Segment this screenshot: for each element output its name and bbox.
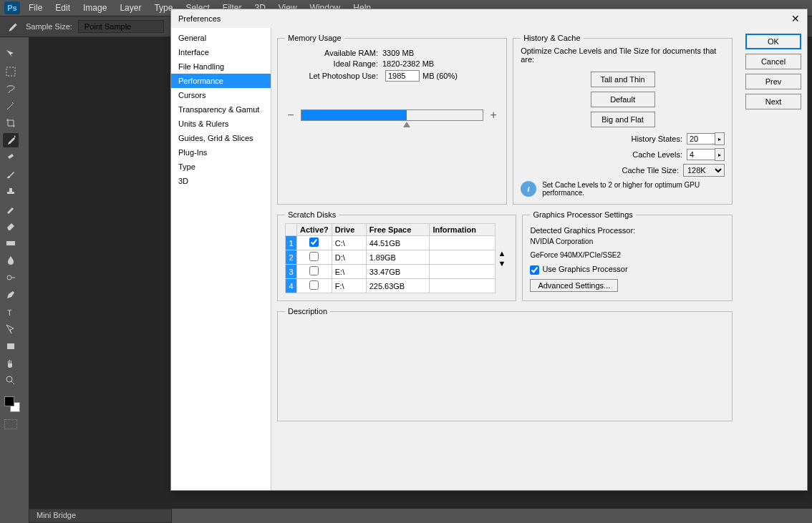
- description-legend: Description: [285, 307, 330, 316]
- col-active: Active?: [297, 224, 332, 236]
- ideal-range-label: Ideal Range:: [285, 59, 378, 68]
- big-flat-button[interactable]: Big and Flat: [591, 112, 655, 127]
- move-tool[interactable]: [3, 47, 19, 62]
- scratch-check-3[interactable]: [309, 266, 319, 275]
- menu-layer[interactable]: Layer: [120, 3, 141, 13]
- cat-file-handling[interactable]: File Handling: [171, 59, 271, 74]
- info-text: Set Cache Levels to 2 or higher for opti…: [542, 181, 725, 197]
- dodge-tool[interactable]: [3, 270, 19, 285]
- cat-type[interactable]: Type: [171, 160, 271, 174]
- cat-performance[interactable]: Performance: [171, 74, 271, 88]
- gpu-vendor: NVIDIA Corporation: [530, 238, 725, 245]
- close-icon[interactable]: ✕: [791, 13, 800, 24]
- history-legend: History & Cache: [521, 34, 583, 42]
- cat-units[interactable]: Units & Rulers: [171, 117, 271, 131]
- tall-thin-button[interactable]: Tall and Thin: [591, 72, 655, 87]
- mini-bridge-tab[interactable]: Mini Bridge: [29, 509, 172, 523]
- table-row[interactable]: 1C:\44.51GB: [286, 236, 496, 250]
- cat-3d[interactable]: 3D: [171, 174, 271, 188]
- cat-interface[interactable]: Interface: [171, 45, 271, 59]
- prev-button[interactable]: Prev: [745, 74, 801, 89]
- memory-usage-group: Memory Usage Available RAM:3309 MB Ideal…: [277, 34, 507, 205]
- quickmask-toggle[interactable]: [4, 419, 17, 429]
- table-row[interactable]: 3E:\33.47GB: [286, 265, 496, 279]
- default-button[interactable]: Default: [591, 92, 655, 107]
- scratch-table: Active?DriveFree SpaceInformation 1C:\44…: [285, 223, 496, 293]
- scratch-check-2[interactable]: [309, 252, 319, 261]
- toolbox: T: [0, 44, 21, 429]
- col-free: Free Space: [366, 224, 430, 236]
- wand-tool[interactable]: [3, 99, 19, 113]
- heal-tool[interactable]: [3, 150, 19, 165]
- shape-tool[interactable]: [3, 339, 19, 353]
- cache-levels-spin[interactable]: ▸: [715, 148, 725, 161]
- zoom-tool[interactable]: [3, 373, 19, 388]
- pen-tool[interactable]: [3, 288, 19, 302]
- scratch-disks-group: Scratch Disks Active?DriveFree SpaceInfo…: [277, 210, 516, 301]
- menu-file[interactable]: File: [29, 3, 42, 13]
- hand-tool[interactable]: [3, 356, 19, 371]
- gradient-tool[interactable]: [3, 236, 19, 250]
- marquee-tool[interactable]: [3, 64, 19, 79]
- history-cache-group: History & Cache Optimize Cache Levels an…: [513, 34, 733, 205]
- cache-tile-select[interactable]: 128K: [683, 164, 725, 177]
- history-states-label: History States:: [631, 135, 682, 143]
- slider-plus[interactable]: +: [488, 109, 499, 122]
- brush-tool[interactable]: [3, 167, 19, 182]
- cache-levels-label: Cache Levels:: [632, 150, 682, 159]
- history-states-input[interactable]: [687, 133, 715, 145]
- svg-point-5: [6, 376, 12, 382]
- history-brush-tool[interactable]: [3, 202, 19, 216]
- gpu-model: GeForce 940MX/PCIe/SSE2: [530, 251, 725, 259]
- let-use-suffix: MB (60%): [422, 72, 458, 80]
- memory-slider[interactable]: [301, 109, 483, 121]
- cat-cursors[interactable]: Cursors: [171, 88, 271, 102]
- menu-image[interactable]: Image: [83, 3, 107, 13]
- use-gpu-label: Use Graphics Processor: [542, 265, 627, 273]
- slider-minus[interactable]: −: [285, 109, 296, 122]
- scratch-check-4[interactable]: [309, 280, 319, 290]
- advanced-settings-button[interactable]: Advanced Settings...: [530, 279, 618, 292]
- table-row[interactable]: 4F:\225.63GB: [286, 279, 496, 293]
- eyedropper-icon: [6, 20, 19, 33]
- use-gpu-checkbox[interactable]: [530, 265, 539, 275]
- memory-legend: Memory Usage: [285, 34, 344, 42]
- menu-edit[interactable]: Edit: [55, 3, 70, 13]
- history-states-spin[interactable]: ▸: [715, 132, 725, 145]
- cancel-button[interactable]: Cancel: [745, 54, 801, 69]
- col-drive: Drive: [332, 224, 366, 236]
- move-up-icon[interactable]: ▲: [496, 248, 509, 258]
- available-ram-value: 3309 MB: [382, 49, 414, 57]
- cat-guides[interactable]: Guides, Grid & Slices: [171, 131, 271, 145]
- dialog-buttons: OK Cancel Prev Next: [738, 28, 807, 490]
- description-group: Description: [277, 307, 733, 421]
- eyedropper-tool[interactable]: [3, 133, 19, 147]
- cat-transparency[interactable]: Transparency & Gamut: [171, 102, 271, 117]
- stamp-tool[interactable]: [3, 185, 19, 199]
- cat-general[interactable]: General: [171, 31, 271, 45]
- col-info: Information: [430, 224, 495, 236]
- eraser-tool[interactable]: [3, 219, 19, 233]
- next-button[interactable]: Next: [745, 94, 801, 109]
- ideal-range-value: 1820-2382 MB: [382, 59, 434, 68]
- scratch-check-1[interactable]: [309, 238, 319, 247]
- move-down-icon[interactable]: ▼: [496, 258, 509, 268]
- cat-plugins[interactable]: Plug-Ins: [171, 145, 271, 160]
- crop-tool[interactable]: [3, 116, 19, 130]
- ok-button[interactable]: OK: [745, 34, 801, 49]
- gpu-group: Graphics Processor Settings Detected Gra…: [522, 210, 733, 301]
- app-logo: Ps: [4, 1, 20, 14]
- svg-rect-4: [7, 343, 14, 349]
- color-swatches[interactable]: [4, 396, 17, 409]
- sample-size-combo[interactable]: Point Sample: [78, 20, 164, 33]
- blur-tool[interactable]: [3, 253, 19, 268]
- lasso-tool[interactable]: [3, 82, 19, 96]
- text-tool[interactable]: T: [3, 305, 19, 319]
- let-use-input[interactable]: [385, 70, 420, 82]
- table-row[interactable]: 2D:\1.89GB: [286, 250, 496, 265]
- let-use-label: Let Photoshop Use:: [285, 72, 378, 80]
- dialog-titlebar: Preferences ✕: [171, 9, 807, 28]
- history-text: Optimize Cache Levels and Tile Size for …: [521, 47, 725, 64]
- path-tool[interactable]: [3, 322, 19, 336]
- cache-levels-input[interactable]: [687, 149, 715, 160]
